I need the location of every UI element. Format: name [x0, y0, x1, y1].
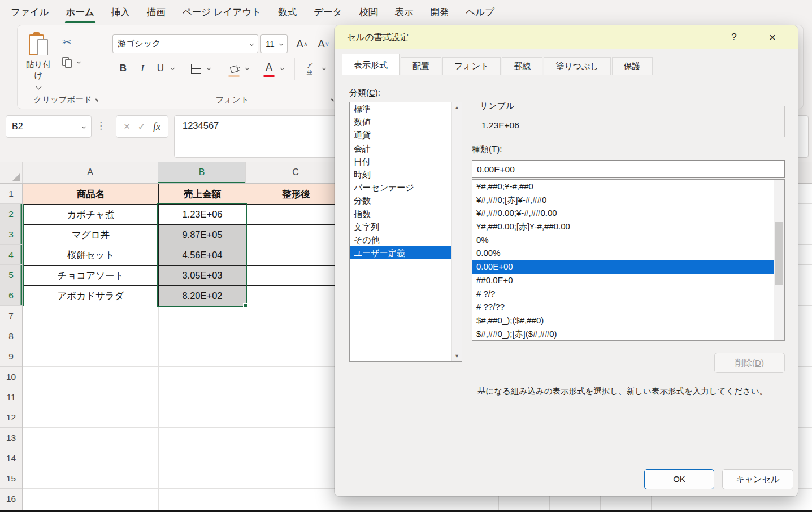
format-painter-button[interactable] [58, 75, 75, 92]
category-item[interactable]: 日付 [350, 155, 452, 168]
row-header-12[interactable]: 12 [0, 407, 22, 428]
dialog-close-button[interactable]: × [764, 31, 781, 44]
tab-font[interactable]: フォント [442, 57, 501, 75]
tab-fill[interactable]: 塗りつぶし [544, 57, 610, 75]
chevron-down-icon[interactable] [279, 42, 283, 46]
format-item[interactable]: ##0.0E+0 [472, 274, 774, 287]
phonetic-guide-button[interactable]: ア 亜 [301, 58, 318, 79]
category-item[interactable]: 数値 [350, 115, 452, 128]
category-item[interactable]: 会計 [350, 142, 452, 155]
category-item[interactable]: パーセンテージ [350, 181, 452, 194]
format-item[interactable]: # ??/?? [472, 300, 774, 314]
menu-tab-view[interactable]: 表示 [386, 0, 422, 25]
category-scrollbar[interactable]: ▲ ▼ [451, 102, 462, 361]
cell-b5[interactable]: 3.05E+03 [159, 266, 246, 286]
row-header-14[interactable]: 14 [0, 448, 22, 468]
underline-dropdown-icon[interactable] [171, 66, 175, 70]
row-header-1[interactable]: 1 [0, 184, 22, 204]
format-item[interactable]: $#,##0_);($#,##0) [472, 314, 774, 327]
cell-a1[interactable]: 商品名 [23, 184, 159, 205]
tab-protection[interactable]: 保護 [612, 57, 653, 75]
row-header-9[interactable]: 9 [0, 346, 22, 367]
cell-b1[interactable]: 売上金額 [159, 184, 246, 205]
format-item[interactable]: 0% [472, 233, 774, 247]
font-color-dropdown-icon[interactable] [280, 66, 284, 70]
category-item[interactable]: その他 [350, 233, 452, 246]
menu-tab-page-layout[interactable]: ページ レイアウト [174, 0, 270, 25]
menu-tab-home[interactable]: ホーム [58, 0, 103, 25]
cell-a3[interactable]: マグロ丼 [23, 225, 159, 245]
dialog-help-button[interactable]: ? [726, 32, 742, 43]
format-item[interactable]: 0.00% [472, 246, 774, 260]
fill-color-dropdown-icon[interactable] [245, 66, 249, 70]
row-header-8[interactable]: 8 [0, 326, 22, 346]
menu-tab-formulas[interactable]: 数式 [270, 0, 305, 25]
scrollbar-thumb[interactable] [775, 222, 783, 285]
scroll-up-icon[interactable]: ▲ [452, 105, 462, 110]
shrink-font-button[interactable]: A˅ [314, 36, 333, 53]
format-item[interactable]: $#,##0_);[赤]($#,##0) [472, 327, 774, 341]
row-header-10[interactable]: 10 [0, 367, 22, 387]
format-item[interactable]: # ?/? [472, 287, 774, 301]
format-item[interactable]: ¥#,##0;[赤]¥-#,##0 [472, 193, 774, 207]
paste-dropdown-icon[interactable] [36, 84, 41, 90]
category-item-selected[interactable]: ユーザー定義 [350, 246, 452, 259]
format-scrollbar[interactable] [774, 180, 784, 340]
cancel-button[interactable]: キャンセル [722, 469, 793, 489]
cut-button[interactable]: ✂ [58, 33, 75, 50]
menu-tab-review[interactable]: 校閲 [350, 0, 386, 25]
menu-tab-help[interactable]: ヘルプ [457, 0, 503, 25]
insert-function-icon[interactable]: fx [153, 121, 160, 133]
borders-button[interactable] [188, 60, 204, 77]
clipboard-dialog-launcher-icon[interactable] [94, 98, 99, 103]
cell-a4[interactable]: 桜餅セット [23, 245, 159, 266]
row-header-5[interactable]: 5 [0, 265, 22, 285]
column-header-c[interactable]: C [246, 162, 346, 183]
select-all-corner[interactable] [0, 162, 23, 183]
row-header-3[interactable]: 3 [0, 224, 22, 245]
row-header-15[interactable]: 15 [0, 468, 22, 489]
cell-c6[interactable] [246, 286, 346, 306]
row-header-13[interactable]: 13 [0, 428, 22, 448]
category-item[interactable]: 指数 [350, 207, 452, 220]
borders-dropdown-icon[interactable] [207, 66, 211, 70]
dialog-titlebar[interactable]: セルの書式設定 ? × [335, 25, 798, 49]
row-header-6[interactable]: 6 [0, 285, 22, 306]
row-header-7[interactable]: 7 [0, 306, 22, 326]
category-listbox[interactable]: 標準 数値 通貨 会計 日付 時刻 パーセンテージ 分数 指数 文字列 その他 … [349, 102, 462, 362]
menu-tab-insert[interactable]: 挿入 [103, 0, 138, 25]
enter-entry-icon[interactable]: ✓ [138, 122, 145, 132]
copy-dropdown-icon[interactable] [77, 60, 81, 64]
category-item[interactable]: 通貨 [350, 128, 452, 141]
cell-a5[interactable]: チョコアソート [23, 266, 159, 286]
cell-c4[interactable] [246, 245, 346, 266]
bold-button[interactable]: B [115, 59, 132, 77]
italic-button[interactable]: I [135, 59, 150, 77]
tab-number-format[interactable]: 表示形式 [342, 54, 400, 75]
phonetic-dropdown-icon[interactable] [322, 66, 326, 70]
cell-b2[interactable]: 1.23E+06 [159, 205, 246, 225]
row-header-2[interactable]: 2 [0, 204, 22, 224]
cell-c3[interactable] [246, 225, 346, 245]
font-name-combo[interactable]: 游ゴシック [112, 34, 258, 53]
scroll-down-icon[interactable]: ▼ [452, 353, 462, 359]
menu-tab-draw[interactable]: 描画 [138, 0, 174, 25]
cell-a2[interactable]: カボチャ煮 [23, 205, 159, 225]
menu-tab-developer[interactable]: 開発 [422, 0, 457, 25]
menu-tab-file[interactable]: ファイル [2, 0, 58, 25]
format-item-selected[interactable]: 0.00E+00 [472, 260, 774, 274]
category-item[interactable]: 時刻 [350, 168, 452, 181]
row-header-11[interactable]: 11 [0, 387, 22, 407]
tab-alignment[interactable]: 配置 [401, 57, 441, 75]
underline-button[interactable]: U [153, 59, 168, 77]
cell-c1[interactable]: 整形後 [246, 184, 346, 205]
fill-handle[interactable] [243, 303, 247, 308]
delete-button[interactable]: 削除(D) [714, 353, 785, 373]
ok-button[interactable]: OK [644, 469, 714, 489]
chevron-down-icon[interactable] [250, 42, 254, 46]
paste-button[interactable]: 貼り付け [22, 31, 55, 94]
format-item[interactable]: ¥#,##0;¥-#,##0 [472, 180, 774, 193]
format-item[interactable]: ¥#,##0.00;¥-#,##0.00 [472, 206, 774, 220]
name-box[interactable]: B2 [6, 115, 92, 138]
font-color-button[interactable]: A [260, 59, 277, 79]
